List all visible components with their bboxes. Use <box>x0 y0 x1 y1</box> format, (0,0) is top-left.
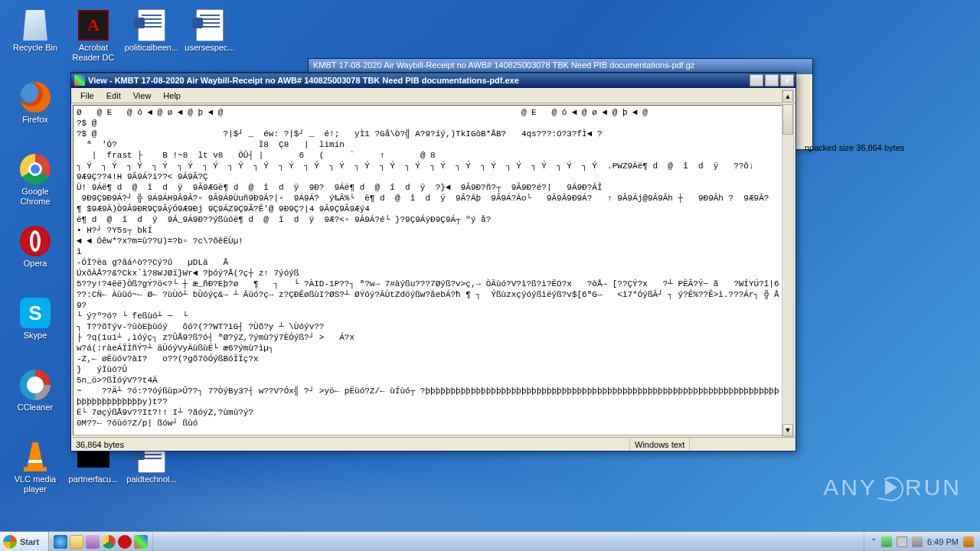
desktop-icon-chrome[interactable]: Google Chrome <box>6 150 64 219</box>
watermark-text-2: RUN <box>905 474 962 500</box>
desktop-icon-adobe[interactable]: AAcrobat Reader DC <box>64 6 122 75</box>
menu-edit[interactable]: Edit <box>100 90 127 102</box>
desktop-icon-recycle[interactable]: Recycle Bin <box>6 6 64 75</box>
status-encoding: Windows text <box>630 438 690 451</box>
skype-icon: S <box>20 298 51 328</box>
desktop-icon-label: Skype <box>24 331 47 341</box>
desktop-icon-label: Firefox <box>22 115 48 125</box>
menu-view[interactable]: View <box>127 90 158 102</box>
desktop-icon-word[interactable]: politicalbeen... <box>122 6 181 75</box>
desktop-icon-label: partnerfacu... <box>69 474 119 484</box>
window-controls: _ □ × <box>750 74 794 86</box>
watermark-text-1: ANY <box>823 474 877 500</box>
close-button[interactable]: × <box>780 74 794 86</box>
desktop-icon-label: VLC media player <box>8 474 63 494</box>
viewer-title: View - KMBT 17-08-2020 Air Waybill-Recei… <box>88 76 750 85</box>
desktop-icon-opera[interactable]: Opera <box>6 222 64 291</box>
desktop-icon-label: Google Chrome <box>8 187 63 207</box>
maximize-button[interactable]: □ <box>765 74 779 86</box>
bg-window-title: KMBT 17-08-2020 Air Waybill-Receipt no A… <box>313 60 694 70</box>
scroll-thumb[interactable] <box>782 104 793 135</box>
start-button[interactable]: Start <box>0 532 49 552</box>
viewer-titlebar[interactable]: View - KMBT 17-08-2020 Air Waybill-Recei… <box>71 73 795 88</box>
system-tray: ⌃ 6:49 PM <box>864 532 980 551</box>
word-icon <box>138 9 165 41</box>
vlc-icon <box>24 442 47 471</box>
statusbar: 36,864 bytes Windows text <box>71 437 795 451</box>
desktop-icon-label: CCleaner <box>18 403 53 412</box>
taskbar: Start ⌃ 6:49 PM <box>0 531 980 551</box>
viewer-window: View - KMBT 17-08-2020 Air Waybill-Recei… <box>70 72 796 452</box>
desktop-icon-label: usersespec... <box>185 43 234 53</box>
explorer-icon[interactable] <box>70 535 83 549</box>
viewer-taskbar-icon[interactable] <box>134 535 148 549</box>
word-icon <box>196 9 224 41</box>
chrome-taskbar-icon[interactable] <box>102 535 116 549</box>
opera-icon <box>20 226 51 256</box>
desktop-icon-label: Recycle Bin <box>13 43 57 53</box>
notification-tray-icon[interactable] <box>963 536 974 547</box>
start-label: Start <box>20 537 39 546</box>
anyrun-watermark: ANY RUN <box>823 474 962 500</box>
desktop-icon-word[interactable]: usersespec... <box>181 6 239 75</box>
tray-expand-icon[interactable]: ⌃ <box>871 537 877 546</box>
opera-taskbar-icon[interactable] <box>118 535 132 549</box>
desktop-icon-label: paidtechnol... <box>126 474 176 484</box>
firefox-icon <box>20 82 51 112</box>
clock[interactable]: 6:49 PM <box>927 537 959 546</box>
security-tray-icon[interactable] <box>881 536 892 547</box>
desktop: Recycle BinAAcrobat Reader DCpoliticalbe… <box>0 0 980 531</box>
desktop-icon-firefox[interactable]: Firefox <box>6 78 64 147</box>
scroll-down-button[interactable]: ▼ <box>782 424 793 436</box>
windows-logo-icon <box>3 535 17 549</box>
ie-icon[interactable] <box>54 535 67 549</box>
vertical-scrollbar[interactable]: ▲ ▼ <box>782 90 794 437</box>
adobe-icon: A <box>78 10 109 41</box>
scroll-up-button[interactable]: ▲ <box>782 90 793 103</box>
desktop-icon-label: Opera <box>24 259 47 269</box>
recycle-icon <box>21 10 50 41</box>
desktop-icon-skype[interactable]: SSkype <box>6 294 64 363</box>
desktop-icon-ccleaner[interactable]: CCleaner <box>6 366 64 435</box>
volume-tray-icon[interactable] <box>897 536 907 547</box>
desktop-icon-label: Acrobat Reader DC <box>66 43 121 63</box>
menubar: FileEditViewHelp <box>71 88 795 103</box>
quick-launch <box>49 532 153 551</box>
network-tray-icon[interactable] <box>912 536 923 547</box>
minimize-button[interactable]: _ <box>750 74 763 86</box>
menu-file[interactable]: File <box>74 90 100 102</box>
file-content-view[interactable]: Ø @ E @ ó ◄ @ ø ◄ @ þ ◄ @ @ E @ ó ◄ @ ø … <box>73 105 794 435</box>
play-icon <box>885 480 897 495</box>
ccleaner-icon <box>20 370 51 400</box>
desktop-icon-vlc[interactable]: VLC media player <box>6 438 64 507</box>
desktop-icon-label: politicalbeen... <box>125 43 178 53</box>
media-icon[interactable] <box>86 535 100 549</box>
status-size: 36,864 bytes <box>71 438 630 451</box>
menu-help[interactable]: Help <box>157 90 187 102</box>
chrome-icon <box>20 154 51 184</box>
viewer-app-icon <box>74 75 85 86</box>
